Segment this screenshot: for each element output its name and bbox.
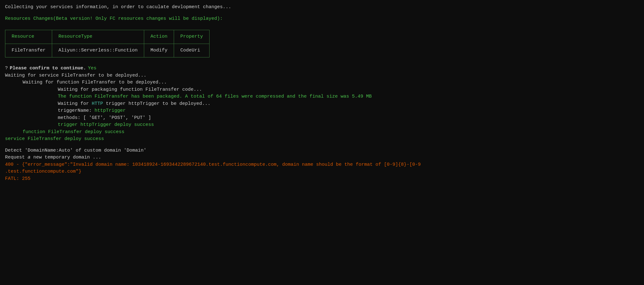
deploy-line-http-trigger: Waiting for HTTP trigger httpTrigger to … xyxy=(5,100,639,108)
table-cell-property: CodeUri xyxy=(174,44,210,57)
table-header-resource: Resource xyxy=(5,30,52,44)
table-row: FileTransfer Aliyun::Serverless::Functio… xyxy=(5,44,210,57)
table-header-resourcetype: ResourceType xyxy=(52,30,144,44)
line-resources-changes: Resources Changes(Beta version! Only FC … xyxy=(5,15,639,23)
confirm-prompt: ? Please confirm to continue. Yes xyxy=(5,65,639,72)
trigger-name-value: httpTrigger xyxy=(95,108,126,113)
table-header-action: Action xyxy=(144,30,174,44)
deploy-line-service: Waiting for service FileTransfer to be d… xyxy=(5,72,639,79)
resource-table: Resource ResourceType Action Property Fi… xyxy=(5,30,210,57)
http-keyword: HTTP xyxy=(92,101,103,106)
deploy-line-trigger-name: triggerName: httpTrigger xyxy=(5,107,639,115)
domain-line-error: 400 - {"error_message":"Invalid domain n… xyxy=(5,161,639,169)
terminal-output: Collecting your services information, in… xyxy=(5,4,639,182)
deploy-line-function: Waiting for function FileTransfer to be … xyxy=(5,79,639,86)
deploy-line-methods: methods: [ 'GET', 'POST', 'PUT' ] xyxy=(5,115,639,122)
domain-line-detect: Detect 'DomainName:Auto' of custom domai… xyxy=(5,147,639,154)
deploy-line-packaging: Waiting for packaging function FileTrans… xyxy=(5,86,639,94)
table-header-property: Property xyxy=(174,30,210,44)
deploy-line-function-success: function FileTransfer deploy success xyxy=(5,129,639,136)
domain-line-request: Request a new temporary domain ... xyxy=(5,154,639,161)
domain-line-fatal: FATL: 255 xyxy=(5,175,639,183)
deploy-line-trigger-success: trigger httpTrigger deploy success xyxy=(5,121,639,129)
domain-line-error-cont: .test.functioncompute.com"} xyxy=(5,168,639,175)
line-collecting: Collecting your services information, in… xyxy=(5,4,639,11)
table-cell-action: Modify xyxy=(144,44,174,57)
question-mark-icon: ? xyxy=(5,65,8,72)
confirm-yes: Yes xyxy=(88,65,96,72)
deploy-line-packaged: The function FileTransfer has been packa… xyxy=(5,93,639,100)
deploy-line-service-success: service FileTransfer deploy success xyxy=(5,136,639,143)
table-cell-resourcetype: Aliyun::Serverless::Function xyxy=(52,44,144,57)
table-cell-resource: FileTransfer xyxy=(5,44,52,57)
confirm-text: Please confirm to continue. xyxy=(10,65,86,72)
